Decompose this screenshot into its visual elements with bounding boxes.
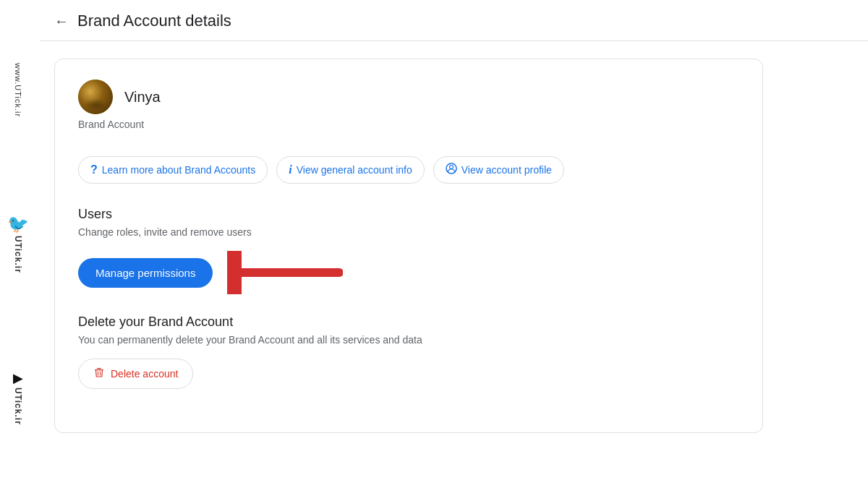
manage-permissions-button[interactable]: Manage permissions — [78, 258, 213, 288]
account-type-label: Brand Account — [78, 119, 739, 130]
svg-rect-4 — [97, 368, 101, 369]
watermark-text-3: UTick.ir — [13, 388, 23, 425]
delete-section-desc: You can permanently delete your Brand Ac… — [78, 334, 739, 346]
delete-section: Delete your Brand Account You can perman… — [78, 314, 739, 389]
learn-more-icon: ? — [90, 163, 98, 176]
watermark-bird-logo: 🐦 UTick.ir — [7, 214, 29, 273]
bird-icon: 🐦 — [7, 214, 29, 234]
delete-account-label: Delete account — [111, 368, 178, 380]
manage-permissions-row: Manage permissions — [78, 251, 739, 294]
learn-more-button[interactable]: ? Learn more about Brand Accounts — [78, 156, 268, 184]
delete-account-button[interactable]: Delete account — [78, 359, 193, 389]
watermark-arrow-logo: ▶ UTick.ir — [13, 370, 23, 425]
page-title: Brand Account details — [77, 12, 231, 30]
trash-icon — [93, 367, 105, 381]
users-section-title: Users — [78, 207, 739, 222]
view-general-icon: i — [289, 163, 292, 176]
account-details-card: Vinya Brand Account ? Learn more about B… — [54, 59, 763, 433]
page-header: ← Brand Account details — [40, 0, 868, 41]
svg-point-1 — [449, 166, 453, 169]
view-profile-icon — [446, 163, 457, 177]
avatar — [78, 80, 113, 114]
back-button[interactable]: ← — [54, 14, 69, 28]
watermark-text-2: UTick.ir — [13, 236, 23, 273]
view-profile-button[interactable]: View account profile — [433, 156, 564, 184]
watermark-text-1: www.UTick.ir — [14, 63, 22, 117]
users-section: Users Change roles, invite and remove us… — [78, 207, 739, 294]
users-section-desc: Change roles, invite and remove users — [78, 226, 739, 238]
red-arrow-svg — [227, 251, 343, 294]
view-profile-label: View account profile — [461, 164, 552, 176]
view-general-button[interactable]: i View general account info — [276, 156, 425, 184]
account-info-section: Vinya Brand Account — [78, 80, 739, 142]
learn-more-label: Learn more about Brand Accounts — [102, 164, 255, 176]
view-general-label: View general account info — [297, 164, 412, 176]
account-header: Vinya — [78, 80, 739, 114]
watermark-sidebar: www.UTick.ir 🐦 UTick.ir ▶ UTick.ir — [0, 0, 36, 488]
account-name: Vinya — [124, 89, 161, 106]
delete-section-title: Delete your Brand Account — [78, 314, 739, 330]
main-content: ← Brand Account details Vinya Brand Acco… — [40, 0, 868, 488]
action-buttons-row: ? Learn more about Brand Accounts i View… — [78, 156, 739, 184]
red-arrow-annotation — [227, 251, 343, 294]
arrow-brand-icon: ▶ — [13, 370, 23, 386]
avatar-image — [78, 80, 113, 114]
